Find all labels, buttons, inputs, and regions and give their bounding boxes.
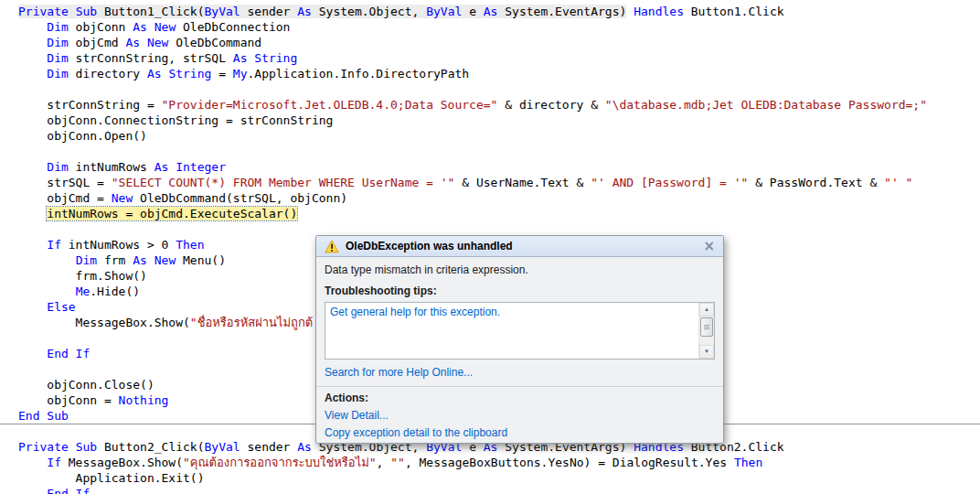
code-token: "' AND [Password] = '" — [591, 176, 748, 189]
code-token: As — [125, 36, 140, 49]
code-token: Integer — [176, 160, 226, 174]
code-token: As — [133, 253, 147, 267]
code-token — [18, 207, 47, 220]
code-token: strConnString, strSQL — [69, 51, 233, 65]
code-token: , — [377, 456, 391, 469]
code-token: & directory & — [497, 98, 604, 112]
exception-message: Data type mismatch in criteria expressio… — [325, 263, 715, 276]
tips-list: Get general help for this exception. — [325, 303, 698, 359]
code-token: "" — [390, 456, 405, 469]
dialog-title-bar: OleDbException was unhandled × — [316, 236, 723, 257]
code-token: System.EventArgs) — [497, 5, 626, 18]
code-token: Private — [18, 5, 69, 18]
code-line[interactable]: Dim strConnString, strSQL As String — [18, 50, 980, 66]
scroll-down-button[interactable]: ▼ — [699, 345, 714, 359]
warning-icon — [325, 240, 339, 253]
code-line[interactable]: Private Sub Button1_Click(ByVal sender A… — [18, 4, 980, 19]
current-statement-highlight: intNumRows = objCmd.ExecuteScalar() — [47, 207, 297, 220]
code-token — [18, 20, 47, 34]
code-line[interactable]: End If — [18, 486, 980, 494]
code-token — [18, 285, 76, 298]
code-token — [18, 51, 47, 65]
code-token: Me — [76, 285, 91, 298]
code-token: MessageBox.Show( — [18, 316, 190, 329]
code-token: As — [147, 67, 162, 81]
code-token: objCmd — [69, 36, 126, 49]
code-token: ByVal — [205, 440, 240, 454]
code-token: objConn.Close() — [18, 378, 154, 392]
code-token: End If — [47, 347, 90, 360]
code-line[interactable]: strConnString = "Provider=Microsoft.Jet.… — [18, 97, 980, 113]
code-token: New — [154, 20, 176, 34]
code-token: As — [233, 51, 248, 65]
code-token: Dim — [47, 51, 68, 65]
code-line[interactable]: objCmd = New OleDbCommand(strSQL, objCon… — [18, 190, 980, 206]
code-line[interactable]: Dim objConn As New OleDbConnection — [18, 19, 980, 35]
code-token: As — [154, 160, 169, 174]
code-token: If — [47, 456, 61, 469]
code-token: Sub — [47, 409, 68, 423]
tips-listbox: Get general help for this exception. ▲ ▼ — [325, 302, 715, 360]
code-token — [18, 487, 47, 494]
code-line[interactable]: If MessageBox.Show("คุณต้องการออกจากระบบ… — [18, 455, 980, 470]
code-token — [18, 67, 47, 81]
code-token: & PassWord.Text & — [748, 176, 884, 189]
code-token — [147, 20, 154, 34]
code-token: Nothing — [119, 393, 169, 407]
view-detail-link[interactable]: View Detail... — [325, 409, 715, 422]
copy-exception-detail-link[interactable]: Copy exception detail to the clipboard — [325, 426, 715, 439]
code-token: Button1_Click( — [97, 5, 204, 18]
code-token: New — [112, 191, 133, 205]
code-token: "' " — [884, 176, 912, 189]
scroll-thumb[interactable] — [700, 317, 713, 337]
code-token — [69, 440, 76, 454]
code-token: objConn.Open() — [18, 129, 147, 143]
vs-code-editor-screen: { "editor": { "colors": { "keyword": "#0… — [0, 0, 980, 494]
code-line[interactable] — [18, 144, 980, 159]
code-line[interactable]: Application.Exit() — [18, 470, 980, 486]
code-token: = — [211, 67, 232, 81]
close-icon[interactable]: × — [703, 240, 715, 253]
code-line[interactable]: Dim objCmd As New OleDbCommand — [18, 35, 980, 50]
code-token — [140, 36, 147, 49]
code-token: New — [154, 253, 176, 267]
code-line[interactable]: intNumRows = objCmd.ExecuteScalar() — [18, 206, 980, 221]
code-token: System.Object, — [312, 5, 426, 18]
scroll-up-button[interactable]: ▲ — [699, 303, 714, 317]
code-line[interactable]: strSQL = "SELECT COUNT(*) FROM Member WH… — [18, 175, 980, 190]
code-token: OleDbConnection — [176, 20, 290, 34]
code-token: Dim — [47, 67, 68, 81]
code-line[interactable]: Dim directory As String = My.Application… — [18, 66, 980, 81]
code-token: Then — [734, 456, 762, 469]
exception-dialog: OleDbException was unhandled × Data type… — [315, 235, 724, 444]
scrollbar-track[interactable] — [699, 317, 714, 345]
code-token: Dim — [47, 36, 68, 49]
code-line[interactable]: objConn.Open() — [18, 128, 980, 144]
code-token: "SELECT COUNT(*) FROM Member WHERE UserN… — [112, 176, 455, 189]
code-token — [147, 253, 154, 267]
code-token — [18, 347, 47, 360]
code-token: frm.Show() — [18, 269, 147, 283]
code-line[interactable]: Dim intNumRows As Integer — [18, 159, 980, 175]
code-token: intNumRows — [69, 160, 154, 174]
code-token — [18, 456, 47, 469]
code-token: OleDbCommand — [168, 36, 261, 49]
code-token: intNumRows = objCmd.ExecuteScalar() — [47, 207, 297, 220]
code-token: strConnString = — [18, 98, 162, 112]
code-token: "คุณต้องการออกจากระบบใช่หรือไม่" — [183, 456, 377, 469]
code-token — [18, 253, 76, 267]
tip-link-general-help[interactable]: Get general help for this exception. — [330, 306, 500, 318]
code-token: "ชื่อหรือรหัสผ่านไม่ถูกต้ — [190, 316, 313, 329]
code-line[interactable]: objConn.ConnectionString = strConnString — [18, 113, 980, 128]
code-token: ByVal — [426, 5, 462, 18]
code-token: e — [462, 5, 483, 18]
search-help-online-link[interactable]: Search for more Help Online... — [325, 366, 715, 379]
code-token: objConn = — [18, 393, 119, 407]
tips-scrollbar[interactable]: ▲ ▼ — [698, 303, 714, 359]
code-token — [18, 238, 47, 252]
code-token: MessageBox.Show( — [61, 456, 183, 469]
code-token: & UserName.Text & — [454, 176, 591, 189]
code-token: As — [484, 5, 498, 18]
code-token: Private — [18, 440, 69, 454]
code-line[interactable] — [18, 81, 980, 97]
